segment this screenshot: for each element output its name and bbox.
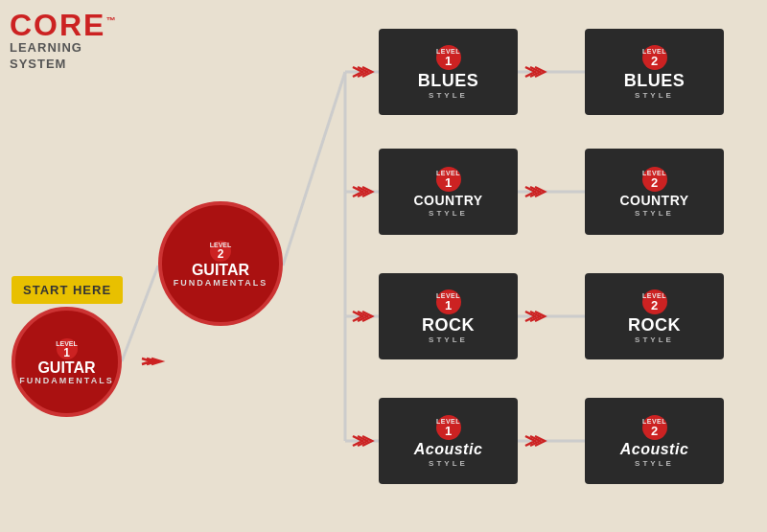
card-l2-blues-badge: LEVEL 2 [642, 45, 667, 70]
card-l1-acoustic-level: 1 [445, 425, 452, 437]
circle-lv1-guitar[interactable]: LEVEL 1 GUITAR FUNDAMENTALS [12, 307, 122, 417]
circle-lv2-guitar[interactable]: LEVEL 2 GUITAR FUNDAMENTALS [158, 201, 283, 326]
logo: CORE™ LEARNING SYSTEM [10, 10, 144, 73]
lv1-badge: LEVEL 1 [57, 338, 78, 359]
card-l1-country-level: 1 [445, 176, 452, 189]
svg-line-1 [283, 72, 345, 266]
card-l2-blues-level: 2 [651, 55, 658, 67]
card-l2-rock-level: 2 [651, 299, 658, 312]
lv1-sub: FUNDAMENTALS [19, 376, 113, 385]
card-l1-rock-badge: LEVEL 1 [436, 289, 461, 314]
card-l1-acoustic-title: Acoustic [414, 442, 483, 457]
card-l2-rock-badge: LEVEL 2 [642, 289, 667, 314]
card-l1-blues-level: 1 [445, 55, 452, 67]
card-l1-rock-title: ROCK [422, 316, 475, 334]
card-l1-country[interactable]: LEVEL 1 COUNTRY STYLE [379, 149, 518, 235]
logo-sub: LEARNING SYSTEM [10, 40, 144, 73]
card-l1-blues[interactable]: LEVEL 1 BLUES STYLE [379, 29, 518, 115]
card-l1-acoustic-badge: LEVEL 1 [436, 415, 461, 440]
card-l1-country-badge: LEVEL 1 [436, 167, 461, 192]
card-l1-country-title: COUNTRY [413, 194, 482, 207]
card-l1-acoustic-style: STYLE [429, 459, 468, 468]
card-l2-rock[interactable]: LEVEL 2 ROCK STYLE [585, 273, 724, 359]
card-l2-rock-style: STYLE [635, 335, 674, 344]
logo-core: CORE™ [10, 10, 144, 40]
card-l2-rock-title: ROCK [628, 316, 681, 334]
card-l1-blues-badge: LEVEL 1 [436, 45, 461, 70]
card-l2-acoustic-title: Acoustic [620, 442, 689, 457]
card-l2-acoustic-style: STYLE [635, 459, 674, 468]
card-l1-blues-style: STYLE [429, 91, 468, 100]
card-l2-country-level: 2 [651, 176, 658, 189]
svg-line-0 [122, 266, 158, 361]
card-l2-country[interactable]: LEVEL 2 COUNTRY STYLE [585, 149, 724, 235]
logo-core-text: CORE [10, 8, 105, 42]
card-l1-rock-style: STYLE [429, 335, 468, 344]
card-l1-country-style: STYLE [429, 209, 468, 218]
card-l2-acoustic-level: 2 [651, 425, 658, 437]
card-l1-rock-level: 1 [445, 299, 452, 312]
lv1-title: GUITAR [37, 360, 95, 376]
lv2-num: 2 [218, 248, 224, 260]
logo-tm: ™ [105, 15, 117, 26]
card-l2-acoustic-badge: LEVEL 2 [642, 415, 667, 440]
card-l2-blues[interactable]: LEVEL 2 BLUES STYLE [585, 29, 724, 115]
card-l2-blues-style: STYLE [635, 91, 674, 100]
card-l2-country-title: COUNTRY [619, 194, 688, 207]
card-l1-blues-title: BLUES [418, 72, 479, 89]
lv1-num: 1 [63, 347, 70, 359]
card-l1-acoustic[interactable]: LEVEL 1 Acoustic STYLE [379, 398, 518, 484]
card-l2-blues-title: BLUES [624, 72, 686, 89]
card-l2-country-style: STYLE [635, 209, 674, 218]
card-l2-acoustic[interactable]: LEVEL 2 Acoustic STYLE [585, 398, 724, 484]
start-here-button[interactable]: START HERE [12, 276, 123, 304]
lv2-sub: FUNDAMENTALS [174, 278, 267, 288]
card-l1-rock[interactable]: LEVEL 1 ROCK STYLE [379, 273, 518, 359]
lv2-badge: LEVEL 2 [210, 241, 231, 262]
lv2-title: GUITAR [192, 263, 249, 278]
card-l2-country-badge: LEVEL 2 [642, 167, 667, 192]
